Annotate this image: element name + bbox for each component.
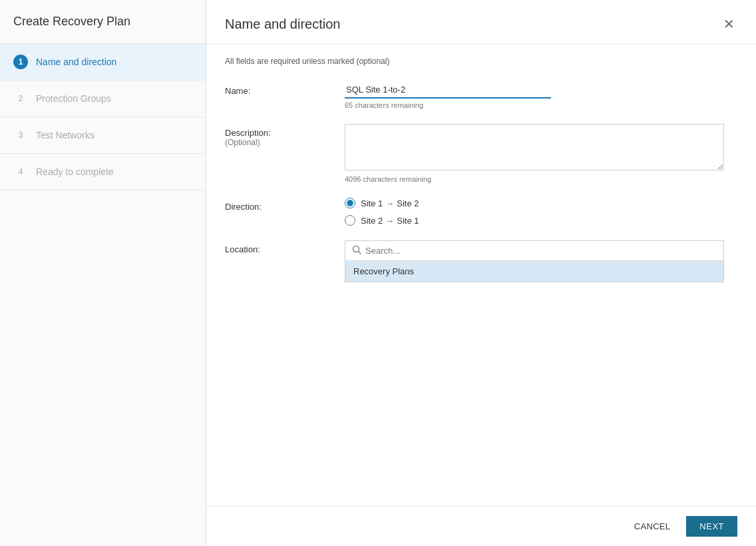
- main-panel: Name and direction ✕ All fields are requ…: [206, 0, 756, 546]
- sidebar: Create Recovery Plan 1 Name and directio…: [0, 0, 206, 546]
- direction-control: Site 1 → Site 2 Site 2 → Site 1: [345, 198, 737, 226]
- page-title: Name and direction: [225, 17, 340, 32]
- location-dropdown: Recovery Plans: [345, 240, 724, 282]
- sidebar-step-4[interactable]: 4 Ready to complete: [0, 154, 206, 190]
- required-note: All fields are required unless marked (o…: [225, 57, 737, 66]
- name-label: Name:: [225, 82, 345, 109]
- direction-option-1-label: Site 1 → Site 2: [361, 198, 419, 208]
- step-label-2: Protection Groups: [36, 93, 111, 104]
- sidebar-step-2[interactable]: 2 Protection Groups: [0, 81, 206, 117]
- description-control: 4096 characters remaining: [345, 124, 737, 183]
- direction-option-2-label: Site 2 → Site 1: [361, 216, 419, 226]
- location-control: Recovery Plans: [345, 240, 737, 453]
- name-input[interactable]: [345, 82, 551, 99]
- svg-line-1: [359, 252, 361, 254]
- direction-radio-2[interactable]: [345, 215, 355, 226]
- description-char-remaining: 4096 characters remaining: [345, 175, 737, 183]
- step-number-3: 3: [13, 128, 28, 142]
- step-label-1: Name and direction: [36, 57, 116, 67]
- location-search-row: [345, 241, 723, 261]
- main-footer: CANCEL NEXT: [206, 506, 756, 546]
- direction-radio-1[interactable]: [345, 198, 355, 208]
- location-label: Location:: [225, 240, 345, 453]
- step-label-3: Test Networks: [36, 130, 94, 140]
- step-number-4: 4: [13, 164, 28, 179]
- sidebar-steps: 1 Name and direction 2 Protection Groups…: [0, 44, 206, 190]
- sidebar-title: Create Recovery Plan: [0, 0, 206, 44]
- sidebar-step-3[interactable]: 3 Test Networks: [0, 117, 206, 154]
- location-item-recovery-plans[interactable]: Recovery Plans: [345, 261, 723, 282]
- sidebar-step-1: 1 Name and direction: [0, 44, 206, 81]
- cancel-button[interactable]: CANCEL: [626, 516, 679, 537]
- direction-row: Direction: Site 1 → Site 2 Site 2 → Site…: [225, 198, 737, 226]
- name-control: 65 characters remaining: [345, 82, 737, 109]
- close-button[interactable]: ✕: [721, 15, 737, 33]
- step-number-1: 1: [13, 55, 28, 69]
- step-number-2: 2: [13, 91, 28, 106]
- direction-option-2[interactable]: Site 2 → Site 1: [345, 215, 737, 226]
- step-label-4: Ready to complete: [36, 166, 114, 177]
- arrow-icon-1: →: [385, 198, 394, 208]
- description-row: Description: (Optional) 4096 characters …: [225, 124, 737, 183]
- direction-label: Direction:: [225, 198, 345, 226]
- search-icon: [352, 245, 361, 256]
- arrow-icon-2: →: [385, 216, 394, 226]
- direction-radio-group: Site 1 → Site 2 Site 2 → Site 1: [345, 198, 737, 226]
- description-optional-label: (Optional): [225, 138, 345, 147]
- name-row: Name: 65 characters remaining: [225, 82, 737, 109]
- next-button[interactable]: NEXT: [686, 516, 737, 537]
- location-row: Location: Recovery Plans: [225, 240, 737, 453]
- description-textarea[interactable]: [345, 124, 724, 170]
- name-char-remaining: 65 characters remaining: [345, 101, 737, 109]
- location-search-input[interactable]: [365, 246, 717, 256]
- main-body: All fields are required unless marked (o…: [206, 45, 756, 506]
- description-label: Description: (Optional): [225, 124, 345, 183]
- direction-option-1[interactable]: Site 1 → Site 2: [345, 198, 737, 208]
- location-list: Recovery Plans: [345, 261, 723, 282]
- main-header: Name and direction ✕: [206, 0, 756, 45]
